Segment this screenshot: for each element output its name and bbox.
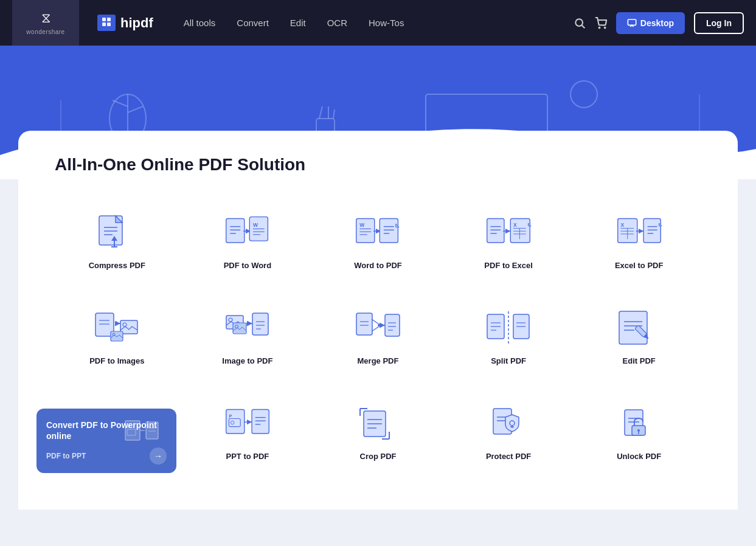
main-content: All-In-One Online PDF Solution: [18, 131, 738, 510]
wondershare-icon: ⧖: [41, 10, 50, 26]
protect-pdf-icon: [484, 402, 533, 444]
svg-rect-82: [356, 313, 372, 335]
svg-rect-8: [628, 19, 636, 25]
svg-line-12: [128, 106, 143, 112]
search-button[interactable]: [574, 17, 586, 29]
svg-line-5: [582, 25, 585, 28]
svg-line-18: [319, 106, 322, 119]
svg-text:W: W: [360, 221, 365, 227]
svg-rect-3: [107, 22, 111, 26]
tool-split-pdf[interactable]: Split PDF: [446, 294, 571, 378]
tool-pdf-to-images[interactable]: PDF to Images: [55, 294, 179, 378]
hipdf-label: hipdf: [120, 15, 153, 31]
tool-word-to-pdf[interactable]: W Word to PDF: [316, 199, 440, 282]
excel-to-pdf-label: Excel to PDF: [615, 261, 663, 270]
split-pdf-label: Split PDF: [491, 356, 526, 365]
login-button[interactable]: Log In: [694, 12, 744, 34]
tooltip-icon: P: [123, 418, 172, 452]
tool-pdf-to-excel[interactable]: X PDF to Excel: [446, 199, 571, 282]
svg-rect-76: [233, 323, 246, 334]
compress-pdf-label: Compress PDF: [89, 261, 145, 270]
svg-rect-78: [252, 313, 268, 335]
svg-rect-98: [619, 311, 647, 344]
desktop-button[interactable]: Desktop: [616, 12, 685, 34]
edit-pdf-icon: [615, 306, 664, 349]
svg-rect-2: [102, 22, 106, 26]
unlock-pdf-icon: [615, 402, 664, 444]
svg-line-20: [333, 109, 335, 119]
svg-text:P: P: [229, 413, 232, 418]
svg-rect-1: [107, 18, 111, 21]
svg-rect-47: [487, 218, 504, 243]
tool-crop-pdf[interactable]: Crop PDF: [316, 390, 440, 473]
tool-edit-pdf[interactable]: Edit PDF: [577, 294, 701, 378]
protect-pdf-label: Protect PDF: [486, 452, 531, 461]
svg-text:X: X: [513, 221, 517, 227]
merge-pdf-icon: [353, 306, 402, 349]
tool-compress-pdf[interactable]: Compress PDF: [55, 199, 179, 282]
svg-rect-132: [125, 421, 140, 440]
unlock-pdf-label: Unlock PDF: [617, 452, 661, 461]
image-to-pdf-label: Image to PDF: [222, 356, 272, 365]
excel-to-pdf-icon: X: [615, 211, 664, 254]
ppt-to-pdf-icon-2: P: [223, 402, 272, 444]
pdf-to-word-label: PDF to Word: [224, 261, 271, 270]
svg-point-130: [637, 429, 640, 432]
tool-unlock-pdf[interactable]: Unlock PDF: [577, 390, 701, 473]
edit-pdf-label: Edit PDF: [623, 356, 656, 365]
svg-text:W: W: [253, 221, 258, 227]
svg-point-21: [570, 81, 597, 108]
pdf-to-excel-label: PDF to Excel: [484, 261, 532, 270]
svg-rect-29: [226, 218, 244, 243]
nav-how-tos[interactable]: How-Tos: [369, 18, 404, 28]
pdf-to-word-icon: W: [223, 211, 272, 254]
word-to-pdf-icon: W: [353, 211, 402, 254]
svg-rect-38: [356, 218, 375, 243]
tool-protect-pdf[interactable]: Protect PDF: [446, 390, 571, 473]
hipdf-logo[interactable]: hipdf: [97, 15, 153, 31]
svg-rect-0: [102, 18, 106, 21]
pdf-to-excel-icon: X: [484, 211, 533, 254]
merge-pdf-label: Merge PDF: [358, 356, 399, 365]
tool-ppt-to-pdf-2[interactable]: P PPT to PDF: [186, 390, 310, 473]
svg-text:X: X: [620, 221, 624, 227]
svg-line-11: [113, 100, 128, 106]
hipdf-logo-box: [97, 15, 116, 31]
crop-pdf-icon: [353, 402, 402, 444]
svg-rect-63: [643, 218, 661, 243]
svg-rect-135: [146, 422, 158, 439]
wondershare-logo[interactable]: ⧖ wondershare: [12, 0, 79, 46]
tooltip-sub-label: PDF to PPT: [46, 452, 86, 460]
split-pdf-icon: [484, 306, 533, 349]
ppt-to-pdf-label-2: PPT to PDF: [226, 452, 269, 461]
svg-point-4: [575, 19, 583, 26]
cart-button[interactable]: [595, 17, 607, 29]
svg-point-6: [598, 27, 600, 28]
page-title: All-In-One Online PDF Solution: [55, 155, 701, 175]
compress-pdf-icon: [92, 211, 141, 254]
pdf-to-ppt-tooltip[interactable]: Convert PDF to Powerpoint online P PDF t…: [36, 409, 176, 473]
pdf-to-images-icon: [92, 306, 141, 349]
pdf-to-images-label: PDF to Images: [89, 356, 144, 365]
nav-convert[interactable]: Convert: [237, 18, 269, 28]
wondershare-text: wondershare: [26, 29, 64, 35]
nav-edit[interactable]: Edit: [290, 18, 306, 28]
tool-image-to-pdf[interactable]: Image to PDF: [186, 294, 310, 378]
crop-pdf-label: Crop PDF: [360, 452, 397, 461]
svg-rect-86: [385, 314, 400, 336]
svg-text:P: P: [128, 424, 131, 429]
nav-all-tools[interactable]: All tools: [184, 18, 216, 28]
image-to-pdf-icon: [223, 306, 272, 349]
svg-point-7: [605, 27, 606, 28]
svg-rect-43: [380, 218, 398, 243]
tool-excel-to-pdf[interactable]: X Excel to PDF: [577, 199, 701, 282]
tool-merge-pdf[interactable]: Merge PDF: [316, 294, 440, 378]
nav-actions: Desktop Log In: [574, 12, 744, 34]
word-to-pdf-label: Word to PDF: [354, 261, 401, 270]
tool-pdf-to-word[interactable]: W PDF to Word: [186, 199, 310, 282]
nav-links: All tools Convert Edit OCR How-Tos: [184, 18, 561, 28]
nav-ocr[interactable]: OCR: [327, 18, 347, 28]
navbar: ⧖ wondershare hipdf All tools Convert Ed…: [0, 0, 756, 46]
svg-rect-108: [252, 409, 269, 434]
